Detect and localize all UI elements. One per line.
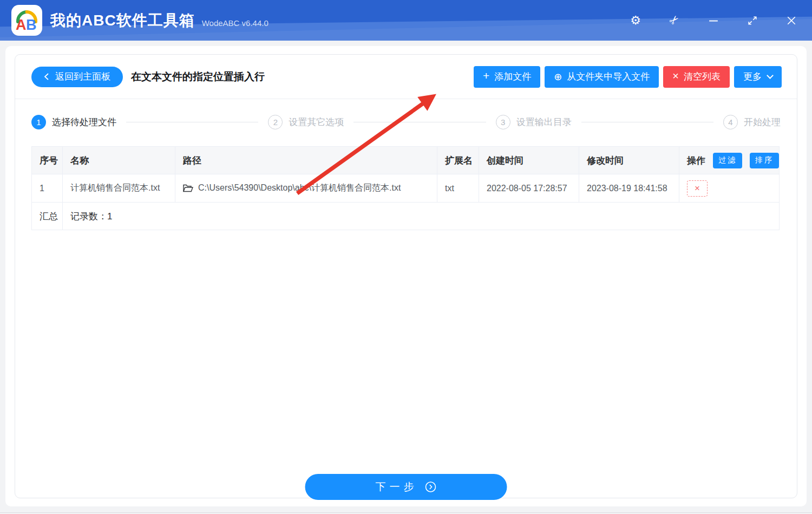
chevron-left-icon xyxy=(44,73,49,81)
step-label: 选择待处理文件 xyxy=(52,116,116,128)
file-table: 序号 名称 路径 扩展名 创建时间 修改时间 操作 过滤 排序 1 计算机销售合… xyxy=(31,146,780,230)
add-files-label: 添加文件 xyxy=(494,70,531,83)
logo-letter-b: B xyxy=(26,17,37,33)
settings-icon[interactable]: ⚙ xyxy=(628,14,643,28)
step-connector xyxy=(581,122,713,122)
logo-letter-a: A xyxy=(16,17,27,33)
x-icon: × xyxy=(672,70,679,82)
header-index: 序号 xyxy=(32,147,63,174)
cut-icon[interactable]: ✂ xyxy=(667,14,682,28)
circle-plus-icon: ⊕ xyxy=(554,71,562,82)
step-label: 开始处理 xyxy=(744,116,781,128)
cell-path-text: C:\Users\54390\Desktop\abc\计算机销售合同范本.txt xyxy=(198,183,401,194)
next-step-label: 下一步 xyxy=(376,480,418,494)
header-created-time: 创建时间 xyxy=(479,147,579,174)
clear-list-label: 清空列表 xyxy=(684,70,721,83)
more-label: 更多 xyxy=(743,70,762,83)
page-title: 在文本文件的指定位置插入行 xyxy=(131,70,265,84)
content-panel: 返回到主面板 在文本文件的指定位置插入行 + 添加文件 ⊕ 从文件夹中导入文件 … xyxy=(15,54,797,498)
summary-record-count: 记录数：1 xyxy=(63,203,779,230)
window-bottom-edge xyxy=(0,512,812,513)
header-actions: 操作 过滤 排序 xyxy=(679,147,779,174)
summary-label: 汇总 xyxy=(32,203,63,230)
back-button-label: 返回到主面板 xyxy=(55,70,110,83)
cell-extension: txt xyxy=(437,174,479,202)
more-button[interactable]: 更多 xyxy=(734,66,782,88)
chevron-down-icon xyxy=(767,72,774,79)
folder-icon xyxy=(183,184,193,192)
step-number: 1 xyxy=(31,115,46,129)
header-extension: 扩展名 xyxy=(437,147,479,174)
maximize-icon[interactable] xyxy=(745,14,759,28)
delete-row-button[interactable]: × xyxy=(687,180,708,197)
plus-icon: + xyxy=(483,69,489,82)
step-start-processing: 4 开始处理 xyxy=(723,115,781,129)
clear-list-button[interactable]: × 清空列表 xyxy=(663,66,730,88)
toolbar: 返回到主面板 在文本文件的指定位置插入行 + 添加文件 ⊕ 从文件夹中导入文件 … xyxy=(15,55,797,99)
step-number: 4 xyxy=(723,115,738,129)
add-files-button[interactable]: + 添加文件 xyxy=(474,66,540,88)
header-modified-time: 修改时间 xyxy=(579,147,679,174)
step-number: 2 xyxy=(268,115,283,129)
import-from-folder-label: 从文件夹中导入文件 xyxy=(567,70,650,83)
close-icon[interactable] xyxy=(784,14,798,28)
import-from-folder-button[interactable]: ⊕ 从文件夹中导入文件 xyxy=(545,66,659,88)
step-output-directory: 3 设置输出目录 xyxy=(496,115,572,129)
main-card: 返回到主面板 在文本文件的指定位置插入行 + 添加文件 ⊕ 从文件夹中导入文件 … xyxy=(5,46,807,506)
step-label: 设置输出目录 xyxy=(516,116,572,128)
header-actions-label: 操作 xyxy=(687,154,705,167)
delete-x-icon: × xyxy=(695,183,700,194)
app-logo: A B xyxy=(11,5,42,36)
next-step-button[interactable]: 下一步 xyxy=(305,474,507,500)
cell-modified-time: 2023-08-19 18:41:58 xyxy=(579,174,679,202)
back-to-dashboard-button[interactable]: 返回到主面板 xyxy=(31,67,123,87)
filter-button[interactable]: 过滤 xyxy=(713,153,742,168)
header-path: 路径 xyxy=(175,147,437,174)
step-number: 3 xyxy=(496,115,510,129)
circle-chevron-right-icon xyxy=(425,481,437,493)
minimize-icon[interactable] xyxy=(706,14,721,28)
titlebar: A B 我的ABC软件工具箱 WodeABC v6.44.0 ⚙ ✂ xyxy=(0,0,812,41)
step-connector xyxy=(126,122,258,122)
step-indicator: 1 选择待处理文件 2 设置其它选项 3 设置输出目录 4 开始处理 xyxy=(15,99,797,145)
app-title: 我的ABC软件工具箱 xyxy=(50,10,195,31)
step-connector xyxy=(353,122,486,122)
cell-path: C:\Users\54390\Desktop\abc\计算机销售合同范本.txt xyxy=(175,174,437,202)
step-label: 设置其它选项 xyxy=(289,116,344,128)
step-select-files: 1 选择待处理文件 xyxy=(31,115,116,129)
cell-actions: × xyxy=(679,174,779,202)
table-header-row: 序号 名称 路径 扩展名 创建时间 修改时间 操作 过滤 排序 xyxy=(32,147,779,174)
app-version: WodeABC v6.44.0 xyxy=(202,18,269,28)
cell-name: 计算机销售合同范本.txt xyxy=(63,174,175,202)
sort-button[interactable]: 排序 xyxy=(750,153,779,168)
header-name: 名称 xyxy=(63,147,175,174)
table-row: 1 计算机销售合同范本.txt C:\Users\54390\Desktop\a… xyxy=(32,174,779,203)
cell-index: 1 xyxy=(32,174,63,202)
step-other-options: 2 设置其它选项 xyxy=(268,115,344,129)
table-summary-row: 汇总 记录数：1 xyxy=(32,203,779,230)
cell-created-time: 2022-08-05 17:28:57 xyxy=(479,174,579,202)
